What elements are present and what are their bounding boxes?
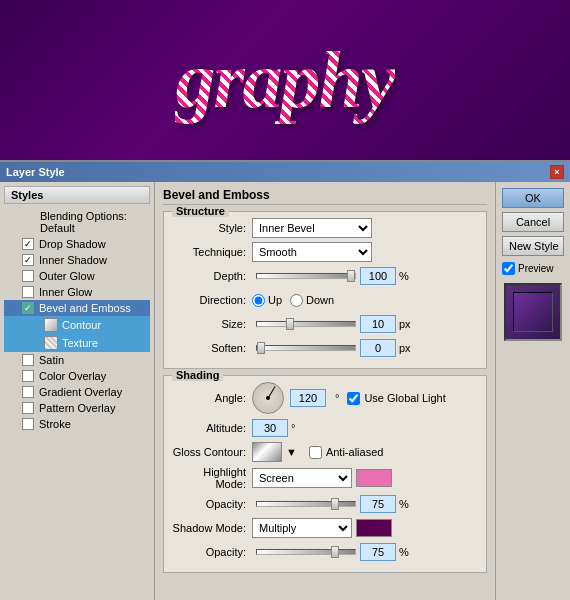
dialog-body: Styles Blending Options: Default ✓ Drop … bbox=[0, 182, 570, 600]
depth-slider[interactable] bbox=[256, 273, 356, 279]
shadow-opacity-slider[interactable] bbox=[256, 549, 356, 555]
shadow-opacity-thumb[interactable] bbox=[331, 546, 339, 558]
direction-row: Direction: Up Down bbox=[172, 290, 478, 310]
contour-icon bbox=[44, 318, 58, 332]
depth-row: Depth: % bbox=[172, 266, 478, 286]
depth-input[interactable] bbox=[360, 267, 396, 285]
cancel-button[interactable]: Cancel bbox=[502, 212, 564, 232]
shadow-opacity-label: Opacity: bbox=[172, 546, 252, 558]
direction-radio-group: Up Down bbox=[252, 294, 334, 307]
preview-thumbnail bbox=[504, 283, 562, 341]
texture-icon bbox=[44, 336, 58, 350]
direction-down-radio[interactable]: Down bbox=[290, 294, 334, 307]
sidebar-item-bevel-emboss[interactable]: ✓ Bevel and Emboss bbox=[4, 300, 150, 316]
altitude-row: Altitude: ° bbox=[172, 418, 478, 438]
angle-input[interactable] bbox=[290, 389, 326, 407]
shadow-mode-label: Shadow Mode: bbox=[172, 522, 252, 534]
preview-text: graphy bbox=[175, 35, 394, 126]
style-label: Style: bbox=[172, 222, 252, 234]
preview-checkbox-label[interactable]: Preview bbox=[502, 262, 564, 275]
global-light-checkbox[interactable] bbox=[347, 392, 360, 405]
sidebar-item-stroke[interactable]: Stroke bbox=[4, 416, 150, 432]
layer-style-dialog: Layer Style × Styles Blending Options: D… bbox=[0, 160, 570, 600]
direction-up-radio[interactable]: Up bbox=[252, 294, 282, 307]
highlight-mode-select[interactable]: Screen Normal Multiply bbox=[252, 468, 352, 488]
inner-shadow-checkbox[interactable]: ✓ bbox=[22, 254, 34, 266]
gradient-overlay-checkbox[interactable] bbox=[22, 386, 34, 398]
pattern-overlay-checkbox[interactable] bbox=[22, 402, 34, 414]
shadow-mode-row: Shadow Mode: Multiply Normal Screen bbox=[172, 518, 478, 538]
close-button[interactable]: × bbox=[550, 165, 564, 179]
size-slider[interactable] bbox=[256, 321, 356, 327]
angle-indicator-line bbox=[268, 386, 276, 399]
technique-select[interactable]: Smooth Chisel Hard Chisel Soft bbox=[252, 242, 372, 262]
bevel-emboss-checkbox[interactable]: ✓ bbox=[22, 302, 34, 314]
altitude-input[interactable] bbox=[252, 419, 288, 437]
gloss-contour-row: Gloss Contour: ▼ Anti-aliased bbox=[172, 442, 478, 462]
ok-button[interactable]: OK bbox=[502, 188, 564, 208]
sidebar-item-satin[interactable]: Satin bbox=[4, 352, 150, 368]
shadow-color-swatch[interactable] bbox=[356, 519, 392, 537]
soften-input[interactable] bbox=[360, 339, 396, 357]
soften-slider[interactable] bbox=[256, 345, 356, 351]
altitude-label: Altitude: bbox=[172, 422, 252, 434]
dialog-titlebar: Layer Style × bbox=[0, 162, 570, 182]
styles-header: Styles bbox=[4, 186, 150, 204]
highlight-opacity-slider[interactable] bbox=[256, 501, 356, 507]
action-buttons-panel: OK Cancel New Style Preview bbox=[495, 182, 570, 600]
highlight-mode-label: Highlight Mode: bbox=[172, 466, 252, 490]
size-slider-thumb[interactable] bbox=[286, 318, 294, 330]
canvas-preview: graphy bbox=[0, 0, 570, 160]
shadow-mode-select[interactable]: Multiply Normal Screen bbox=[252, 518, 352, 538]
sidebar-item-blending[interactable]: Blending Options: Default bbox=[4, 208, 150, 236]
sidebar-item-pattern-overlay[interactable]: Pattern Overlay bbox=[4, 400, 150, 416]
highlight-opacity-row: Opacity: % bbox=[172, 494, 478, 514]
drop-shadow-checkbox[interactable]: ✓ bbox=[22, 238, 34, 250]
structure-group: Structure Style: Inner Bevel Outer Bevel… bbox=[163, 211, 487, 369]
preview-checkbox[interactable] bbox=[502, 262, 515, 275]
highlight-opacity-thumb[interactable] bbox=[331, 498, 339, 510]
highlight-opacity-unit: % bbox=[399, 498, 409, 510]
highlight-opacity-input[interactable] bbox=[360, 495, 396, 513]
sidebar-item-gradient-overlay[interactable]: Gradient Overlay bbox=[4, 384, 150, 400]
shadow-opacity-unit: % bbox=[399, 546, 409, 558]
size-input[interactable] bbox=[360, 315, 396, 333]
style-select[interactable]: Inner Bevel Outer Bevel Emboss Pillow Em… bbox=[252, 218, 372, 238]
angle-wheel[interactable] bbox=[252, 382, 284, 414]
style-row: Style: Inner Bevel Outer Bevel Emboss Pi… bbox=[172, 218, 478, 238]
sidebar-item-drop-shadow[interactable]: ✓ Drop Shadow bbox=[4, 236, 150, 252]
size-unit: px bbox=[399, 318, 411, 330]
sidebar-item-color-overlay[interactable]: Color Overlay bbox=[4, 368, 150, 384]
sidebar-item-inner-glow[interactable]: Inner Glow bbox=[4, 284, 150, 300]
sidebar-item-texture[interactable]: Texture bbox=[4, 334, 150, 352]
soften-row: Soften: px bbox=[172, 338, 478, 358]
shading-group: Shading Angle: ° bbox=[163, 375, 487, 573]
section-title: Bevel and Emboss bbox=[163, 188, 487, 205]
anti-aliased-label[interactable]: Anti-aliased bbox=[309, 446, 383, 459]
sidebar-item-inner-shadow[interactable]: ✓ Inner Shadow bbox=[4, 252, 150, 268]
depth-slider-thumb[interactable] bbox=[347, 270, 355, 282]
stroke-checkbox[interactable] bbox=[22, 418, 34, 430]
sidebar-item-outer-glow[interactable]: Outer Glow bbox=[4, 268, 150, 284]
new-style-button[interactable]: New Style bbox=[502, 236, 564, 256]
inner-glow-checkbox[interactable] bbox=[22, 286, 34, 298]
depth-unit: % bbox=[399, 270, 409, 282]
outer-glow-checkbox[interactable] bbox=[22, 270, 34, 282]
angle-label: Angle: bbox=[172, 392, 252, 404]
color-overlay-checkbox[interactable] bbox=[22, 370, 34, 382]
shadow-opacity-row: Opacity: % bbox=[172, 542, 478, 562]
soften-slider-thumb[interactable] bbox=[257, 342, 265, 354]
highlight-mode-row: Highlight Mode: Screen Normal Multiply bbox=[172, 466, 478, 490]
gloss-contour-preview[interactable] bbox=[252, 442, 282, 462]
dialog-title: Layer Style bbox=[6, 166, 65, 178]
sidebar-item-contour[interactable]: Contour bbox=[4, 316, 150, 334]
angle-unit: ° bbox=[335, 392, 339, 404]
shadow-opacity-input[interactable] bbox=[360, 543, 396, 561]
global-light-label[interactable]: Use Global Light bbox=[347, 392, 445, 405]
satin-checkbox[interactable] bbox=[22, 354, 34, 366]
soften-label: Soften: bbox=[172, 342, 252, 354]
highlight-color-swatch[interactable] bbox=[356, 469, 392, 487]
shading-title: Shading bbox=[172, 369, 223, 381]
anti-aliased-checkbox[interactable] bbox=[309, 446, 322, 459]
size-row: Size: px bbox=[172, 314, 478, 334]
